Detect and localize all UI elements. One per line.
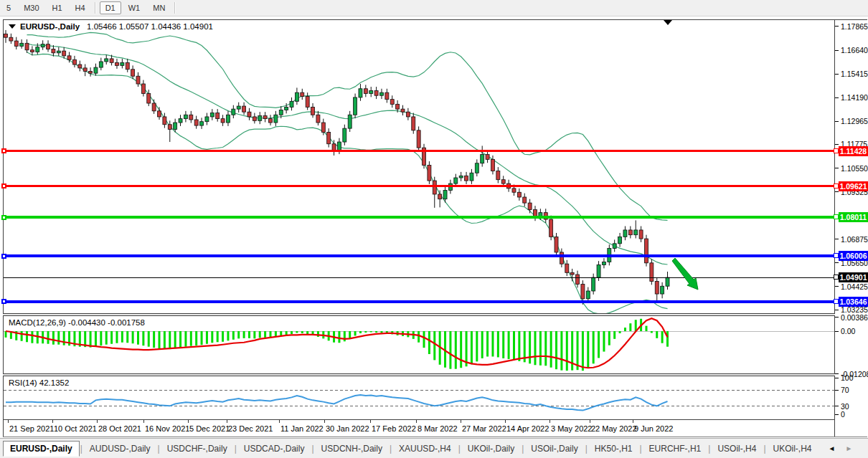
date-tick: [227, 420, 227, 423]
macd-histogram-bar: [518, 331, 520, 361]
candle-bearish: [168, 125, 171, 130]
macd-histogram-bar: [661, 331, 664, 343]
macd-histogram-bar: [270, 331, 272, 338]
chart-tab-usoil-daily[interactable]: USOil-,Daily: [524, 442, 584, 456]
line-left-marker[interactable]: [1, 299, 6, 304]
chart-tab-usdcad-daily[interactable]: USDCAD-,Daily: [237, 442, 311, 456]
candle-bearish: [247, 112, 251, 117]
chart-tab-eurchf-h1[interactable]: EURCHF-,H1: [643, 442, 708, 456]
macd-axis-label: 0.003865: [841, 313, 868, 322]
date-tick: [188, 420, 189, 423]
toolbar-separator: [174, 2, 176, 14]
price-axis-tick: [835, 74, 839, 75]
rsi-axis-label: 0: [841, 410, 845, 419]
macd-histogram-bar: [577, 331, 579, 370]
date-label: 5 Dec 2021: [189, 424, 230, 433]
tab-scroll-right-icon[interactable]: ►: [845, 444, 852, 452]
candle-bullish: [174, 123, 177, 129]
macd-histogram-bar: [635, 320, 637, 331]
dropdown-triangle-icon[interactable]: [9, 24, 16, 29]
timeframe-button-5[interactable]: 5: [1, 1, 16, 14]
candle-bearish: [110, 59, 113, 62]
date-label: 16 Nov 2021: [145, 424, 189, 433]
macd-histogram-bar: [428, 331, 430, 354]
macd-histogram-bar: [476, 331, 478, 361]
macd-histogram-bar: [227, 331, 229, 340]
candle-bearish: [332, 144, 336, 151]
chart-tab-usdchf-daily[interactable]: USDCHF-,Daily: [161, 442, 234, 456]
chart-tab-usoil-h4[interactable]: USOil-,H4: [711, 442, 763, 456]
candle-bullish: [337, 142, 341, 151]
macd-histogram-bar: [95, 331, 97, 347]
date-axis[interactable]: 21 Sep 202110 Oct 202128 Oct 202116 Nov …: [4, 420, 834, 436]
candle-bullish: [623, 230, 627, 237]
timeframe-button-w1[interactable]: W1: [123, 1, 146, 14]
macd-histogram-bar: [539, 331, 542, 366]
timeframe-button-h1[interactable]: H1: [47, 1, 68, 14]
date-label: 23 Dec 2021: [228, 424, 273, 433]
price-axis-tick: [835, 50, 839, 51]
candle-bullish: [343, 128, 346, 142]
date-label: 28 Oct 2021: [98, 424, 141, 433]
macd-histogram-bar: [121, 331, 123, 343]
candle-bearish: [385, 92, 389, 99]
line-left-marker[interactable]: [1, 215, 6, 220]
candle-bearish: [321, 123, 325, 133]
macd-histogram-bar: [555, 331, 557, 369]
timeframe-button-d1[interactable]: D1: [100, 1, 121, 14]
candle-bullish: [36, 47, 39, 52]
macd-histogram-bar: [100, 331, 102, 345]
candle-bearish: [136, 76, 140, 84]
chart-tab-ukoil-daily[interactable]: UKOil-,Daily: [461, 442, 521, 456]
candle-bearish: [83, 68, 87, 72]
candle-bearish: [269, 119, 273, 123]
line-left-marker[interactable]: [1, 183, 6, 189]
candle-bullish: [94, 67, 98, 73]
candle-bearish: [4, 34, 8, 37]
candle-bullish: [470, 173, 473, 181]
trend-arrow-object[interactable]: [672, 258, 698, 290]
macd-histogram-bar: [126, 331, 128, 343]
chart-tab-eurusd-daily[interactable]: EURUSD-,Daily: [3, 441, 80, 457]
macd-histogram-bar: [179, 331, 181, 348]
candle-bullish: [379, 92, 383, 95]
chart-tab-ukoil-h4[interactable]: UKOil-,H4: [767, 442, 819, 456]
macd-histogram-bar: [502, 331, 504, 358]
macd-histogram-bar: [296, 331, 298, 333]
date-label: 9 Jun 2022: [634, 424, 673, 433]
macd-histogram-bar: [364, 331, 367, 333]
macd-histogram-bar: [497, 331, 499, 357]
candle-bullish: [226, 115, 230, 123]
timeframe-button-mn[interactable]: MN: [147, 1, 171, 14]
price-axis-label: 1.15415: [841, 70, 868, 78]
chart-tab-hk50-h1[interactable]: HK50-,H1: [588, 442, 639, 456]
chart-tab-usdcnh-daily[interactable]: USDCNH-,Daily: [315, 442, 389, 456]
chart-tab-xauusd-h4[interactable]: XAUUSD-,H4: [392, 442, 458, 456]
tab-scroll-left-icon[interactable]: ◄: [829, 444, 836, 452]
macd-histogram-bar: [184, 331, 187, 347]
date-label: 3 May 2022: [551, 424, 592, 433]
candle-bearish: [628, 230, 632, 235]
rsi-axis-tick: [835, 414, 839, 415]
candle-bullish: [274, 115, 278, 123]
macd-histogram-bar: [645, 326, 647, 331]
candle-bullish: [586, 291, 590, 299]
candle-bearish: [14, 41, 18, 46]
candle-bearish: [523, 197, 527, 203]
macd-histogram-bar: [132, 331, 134, 343]
main-price-chart[interactable]: [4, 20, 834, 313]
chart-tab-audusd-daily[interactable]: AUDUSD-,Daily: [83, 442, 157, 456]
candle-bearish: [491, 159, 494, 171]
candle-bearish: [364, 89, 367, 94]
rsi-indicator-panel[interactable]: [4, 376, 834, 419]
candle-bearish: [25, 43, 29, 49]
timeframe-button-h4[interactable]: H4: [70, 1, 91, 14]
macd-histogram-bar: [560, 331, 562, 371]
timeframe-button-m30[interactable]: M30: [18, 1, 44, 14]
macd-histogram-bar: [115, 331, 118, 343]
price-axis[interactable]: 1.178651.166401.154151.141901.129651.117…: [835, 20, 868, 436]
line-left-marker[interactable]: [1, 254, 6, 259]
macd-histogram-bar: [380, 331, 382, 333]
macd-histogram-bar: [370, 331, 372, 332]
line-left-marker[interactable]: [1, 148, 6, 153]
